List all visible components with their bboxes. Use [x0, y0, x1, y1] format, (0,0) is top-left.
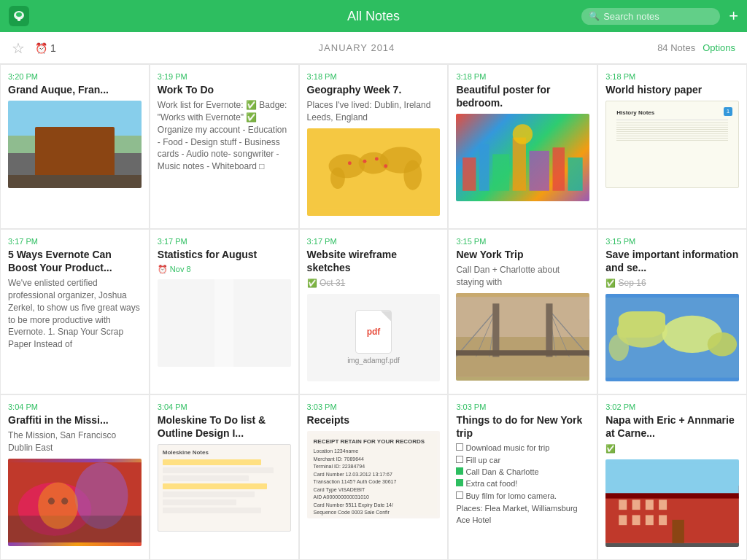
- pdf-icon: pdf: [355, 310, 392, 354]
- note-body: ✅ Oct 31: [307, 277, 441, 289]
- alarm-icon: ⏰: [35, 42, 47, 54]
- svg-rect-31: [546, 303, 553, 357]
- svg-point-12: [348, 161, 352, 165]
- note-image: pdf img_adamgf.pdf: [307, 294, 441, 381]
- svg-point-11: [384, 164, 387, 168]
- search-box[interactable]: 🔍 Search notes: [581, 8, 720, 25]
- note-time: 3:19 PM: [158, 72, 291, 81]
- note-image: [8, 459, 142, 546]
- svg-rect-54: [659, 515, 667, 525]
- svg-rect-17: [513, 138, 526, 191]
- note-image: [158, 279, 291, 367]
- svg-rect-20: [568, 158, 583, 191]
- list-item[interactable]: 3:17 PM Statistics for August ⏰ Nov 8: [150, 230, 298, 394]
- list-item[interactable]: 3:18 PM World history paper History Note…: [598, 65, 746, 228]
- list-item[interactable]: 3:18 PM Geography Week 7. Places I've li…: [300, 65, 448, 228]
- note-title: Napa with Eric + Annmarie at Carne...: [605, 413, 739, 440]
- note-title: 5 Ways Evernote Can Boost Your Product..…: [8, 248, 142, 274]
- add-note-button[interactable]: +: [729, 7, 738, 26]
- note-time: 3:02 PM: [605, 402, 739, 411]
- list-item[interactable]: 3:04 PM Moleskine To Do list & Outline D…: [150, 395, 298, 559]
- reminder-badge[interactable]: ⏰ 1: [35, 42, 56, 54]
- note-image: [605, 459, 739, 547]
- note-time: 3:20 PM: [8, 72, 142, 81]
- note-time: 3:04 PM: [8, 402, 142, 411]
- favorites-icon[interactable]: ☆: [12, 39, 25, 57]
- search-icon: 🔍: [589, 11, 600, 21]
- svg-rect-2: [18, 18, 20, 21]
- note-image: RECEIPT RETAIN FOR YOUR RECORDS Location…: [307, 431, 441, 518]
- reminder-count: 1: [50, 42, 56, 54]
- svg-point-9: [363, 160, 366, 163]
- search-placeholder: Search notes: [603, 11, 659, 22]
- svg-rect-41: [8, 516, 142, 542]
- list-item[interactable]: 3:02 PM Napa with Eric + Annmarie at Car…: [598, 395, 746, 559]
- svg-rect-16: [493, 155, 510, 191]
- note-title: Graffiti in the Missi...: [8, 413, 142, 427]
- svg-point-43: [48, 497, 55, 504]
- note-time: 3:17 PM: [158, 237, 291, 246]
- list-item[interactable]: 3:03 PM Things to do for New York trip D…: [449, 395, 597, 559]
- list-item[interactable]: 3:19 PM Work To Do Work list for Evernot…: [150, 65, 298, 228]
- note-body: The Mission, San Francisco Dublin East: [8, 429, 142, 454]
- svg-rect-55: [673, 520, 684, 543]
- list-item[interactable]: 3:18 PM Beautiful poster for bedroom.: [449, 65, 597, 228]
- list-item[interactable]: 3:17 PM 5 Ways Evernote Can Boost Your P…: [1, 230, 149, 394]
- note-image: [8, 101, 142, 188]
- note-title: Save important information and se...: [605, 248, 739, 274]
- note-time: 3:15 PM: [605, 237, 739, 246]
- note-image: Moleskine Notes: [158, 444, 291, 532]
- list-item[interactable]: 3:20 PM Grand Auque, Fran...: [1, 65, 149, 228]
- svg-point-36: [708, 332, 737, 357]
- svg-rect-18: [530, 151, 549, 191]
- list-item[interactable]: 3:15 PM New York Trip Call Dan + Charlot…: [449, 230, 597, 394]
- note-body: We've enlisted certified professional or…: [8, 277, 142, 351]
- notes-grid: 3:20 PM Grand Auque, Fran... 3:19 PM Wor…: [0, 64, 747, 560]
- note-title: Moleskine To Do list & Outline Design I.…: [158, 413, 291, 440]
- svg-point-21: [513, 125, 533, 144]
- list-item[interactable]: 3:03 PM Receipts RECEIPT RETAIN FOR YOUR…: [300, 395, 448, 559]
- note-body: Download music for trip Fill up car Call…: [456, 443, 589, 526]
- list-item[interactable]: 3:17 PM Website wireframe sketches ✅ Oct…: [300, 230, 448, 394]
- note-body: Work list for Evernote: ✅ Badge: "Works …: [158, 99, 291, 173]
- list-item[interactable]: 3:04 PM Graffiti in the Missi... The Mis…: [1, 395, 149, 559]
- note-body: ✅: [605, 443, 739, 455]
- note-time: 3:15 PM: [456, 237, 589, 246]
- app-logo: [9, 6, 29, 26]
- notes-count: 84 Notes: [657, 42, 695, 53]
- note-title: Beautiful poster for bedroom.: [456, 83, 589, 109]
- svg-point-1: [16, 12, 22, 17]
- date-label: JANUARY 2014: [319, 42, 395, 53]
- note-time: 3:04 PM: [158, 402, 291, 411]
- note-time: 3:17 PM: [8, 237, 142, 246]
- svg-rect-14: [463, 158, 476, 191]
- svg-rect-50: [659, 499, 667, 510]
- app-title: All Notes: [347, 9, 400, 24]
- svg-rect-53: [646, 515, 654, 525]
- note-title: World history paper: [605, 83, 739, 96]
- svg-rect-48: [632, 499, 640, 510]
- svg-rect-19: [553, 148, 565, 191]
- note-image: [456, 293, 589, 381]
- svg-point-44: [61, 497, 68, 504]
- note-title: Things to do for New York trip: [456, 413, 589, 440]
- svg-rect-52: [632, 515, 640, 525]
- note-title: Statistics for August: [158, 248, 291, 261]
- note-title: Work To Do: [158, 83, 291, 96]
- note-title: Grand Auque, Fran...: [8, 83, 142, 96]
- note-body: ✅ Sep 16: [605, 277, 739, 289]
- app-header: All Notes 🔍 Search notes +: [0, 0, 747, 32]
- note-title: Geography Week 7.: [307, 83, 441, 96]
- list-item[interactable]: 3:15 PM Save important information and s…: [598, 230, 746, 394]
- svg-rect-32: [456, 350, 589, 355]
- note-time: 3:18 PM: [307, 72, 441, 81]
- svg-point-7: [403, 160, 422, 190]
- svg-rect-30: [493, 303, 500, 357]
- svg-rect-56: [605, 493, 739, 498]
- options-button[interactable]: Options: [703, 42, 735, 53]
- svg-rect-15: [479, 144, 489, 191]
- toolbar: ☆ ⏰ 1 JANUARY 2014 84 Notes Options: [0, 32, 747, 64]
- note-time: 3:17 PM: [307, 237, 441, 246]
- note-body: Places I've lived: Dublin, Ireland Leeds…: [307, 99, 441, 124]
- note-title: New York Trip: [456, 248, 589, 261]
